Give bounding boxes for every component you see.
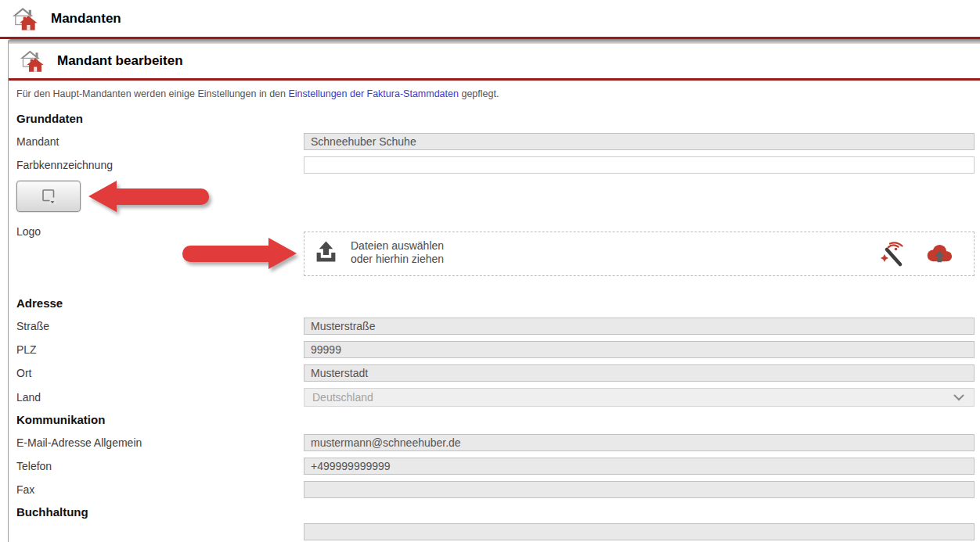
page-title: Mandanten: [51, 11, 121, 27]
mandant-label: Mandant: [16, 135, 304, 148]
form-row-farbkennzeichnung: Farbkennzeichnung: [16, 156, 975, 174]
strasse-input: [304, 318, 975, 335]
form-body: Für den Haupt-Mandanten werden einige Ei…: [9, 81, 980, 540]
form-row-strasse: Straße: [16, 318, 975, 335]
form-row-mandant: Mandant: [16, 133, 975, 150]
telefon-input: [304, 458, 975, 475]
telefon-label: Telefon: [16, 460, 304, 472]
fax-input: [304, 481, 975, 498]
annotation-arrow-right: [182, 238, 297, 269]
section-heading-grunddaten: Grunddaten: [16, 112, 975, 125]
arrow-tail: [182, 246, 268, 262]
arrow-head: [268, 238, 297, 269]
email-input: [304, 434, 975, 451]
logo-upload-dropzone[interactable]: Dateien auswählen oder hierhin ziehen: [304, 232, 975, 276]
faktura-stammdaten-link[interactable]: Einstellungen der Faktura-Stammdaten: [288, 88, 458, 99]
chevron-down-icon: [953, 394, 964, 401]
plz-label: PLZ: [16, 343, 304, 356]
form-row-ort: Ort: [16, 364, 975, 382]
farbkennzeichnung-input[interactable]: [304, 156, 975, 174]
form-row-buchhaltung-partial: [16, 523, 975, 540]
color-swatch-dropdown-icon: [41, 188, 57, 204]
edit-panel: Mandant bearbeiten Für den Haupt-Mandant…: [8, 39, 980, 542]
form-row-email: E-Mail-Adresse Allgemein: [16, 434, 975, 451]
info-text: Für den Haupt-Mandanten werden einige Ei…: [16, 88, 975, 101]
dropzone-line1: Dateien auswählen: [351, 239, 444, 253]
upload-tray-icon: [314, 240, 338, 264]
annotation-arrow-left: [88, 181, 209, 212]
color-picker-button[interactable]: [16, 181, 81, 212]
form-row-telefon: Telefon: [16, 458, 975, 475]
section-heading-kommunikation: Kommunikation: [16, 413, 975, 426]
email-label: E-Mail-Adresse Allgemein: [16, 436, 304, 449]
land-select: Deutschland: [304, 388, 975, 407]
ort-label: Ort: [16, 367, 304, 379]
mandant-input: [304, 133, 975, 150]
dropzone-actions: [879, 241, 953, 267]
page-header: Mandanten: [0, 0, 980, 37]
land-label: Land: [16, 391, 304, 404]
ort-input: [304, 364, 975, 382]
strasse-label: Straße: [16, 320, 304, 332]
form-row-land: Land Deutschland: [16, 388, 975, 407]
home-icon: [12, 7, 38, 31]
home-icon: [20, 49, 45, 73]
dropzone-text: Dateien auswählen oder hierhin ziehen: [351, 239, 444, 266]
panel-title: Mandant bearbeiten: [57, 53, 183, 69]
form-row-plz: PLZ: [16, 341, 975, 358]
color-picker-row: [16, 180, 975, 213]
arrow-tail: [117, 188, 209, 205]
farbkennzeichnung-label: Farbkennzeichnung: [16, 159, 304, 171]
section-heading-buchhaltung: Buchhaltung: [16, 505, 975, 519]
cloud-upload-icon[interactable]: [924, 243, 953, 265]
form-row-logo: Logo Dateien auswählen oder hierhin zieh…: [16, 224, 975, 276]
form-row-fax: Fax: [16, 481, 975, 498]
arrow-head: [88, 181, 117, 212]
section-heading-adresse: Adresse: [16, 296, 975, 310]
dropzone-line2: oder hierhin ziehen: [351, 253, 444, 266]
magic-wand-icon[interactable]: [879, 241, 906, 267]
land-selected-value: Deutschland: [312, 391, 373, 404]
panel-header: Mandant bearbeiten: [9, 44, 980, 78]
fax-label: Fax: [16, 483, 304, 496]
info-suffix: gepflegt.: [459, 88, 499, 99]
info-prefix: Für den Haupt-Mandanten werden einige Ei…: [16, 88, 288, 99]
buchhaltung-partial-input: [304, 523, 975, 540]
plz-input: [304, 341, 975, 358]
logo-label: Logo: [16, 224, 304, 238]
